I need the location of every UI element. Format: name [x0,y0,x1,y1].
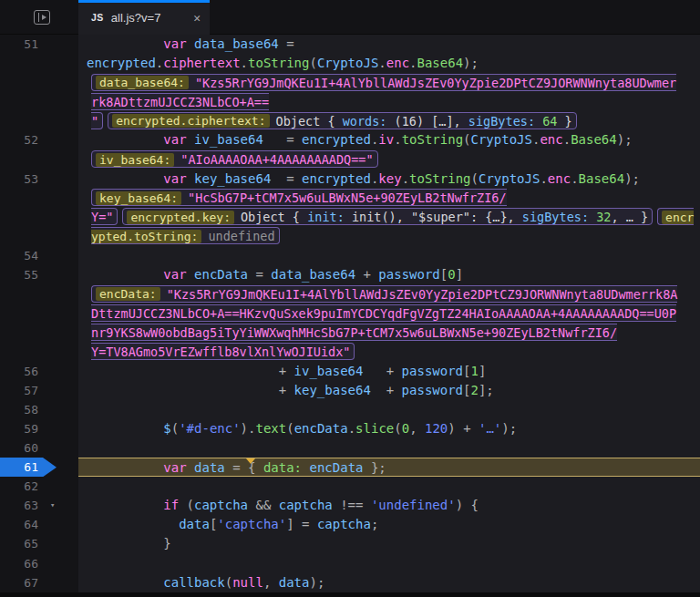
line-number[interactable]: 60 [0,438,38,458]
line-number[interactable]: 64 [0,515,38,534]
gutter [0,189,78,246]
code-token: + [355,267,378,282]
code-line-row: 54 [0,246,700,265]
line-number[interactable]: 57 [0,381,38,400]
code-line: var data = { data: encData }; [78,458,700,477]
gutter: 55 [0,265,78,284]
inline-variable-previews: iv_base64:"AIoAAAAOAA+4AAAAAAAADQ==" [78,150,700,170]
line-number[interactable]: 56 [0,362,38,381]
code-token: ciphertext [163,56,240,70]
code-token: = [279,36,294,51]
gutter: 63▾ [0,496,78,515]
code-line: var key_base64 = encrypted.key.toString(… [78,170,700,189]
line-number[interactable]: 55 [0,265,38,284]
line-number[interactable]: 52 [0,130,38,149]
code-token: ); [309,575,324,590]
code-line-row: 51 var data_base64 = [0,35,700,54]
preview-value-token: init(), [345,210,411,224]
code-line [78,246,700,265]
code-token: ( [171,421,179,436]
gutter: 58 [0,400,78,419]
code-token: callback [163,575,224,590]
preview-value-token [535,113,542,128]
line-number[interactable]: 59 [0,419,38,438]
code-token: , [409,421,425,436]
code-token [302,460,309,475]
code-line: encrypted.ciphertext.toString(CryptoJS.e… [78,54,700,73]
line-number[interactable]: 54 [0,246,38,265]
code-token: var [163,460,186,475]
code-token: encData [310,460,364,475]
variable-preview-box[interactable]: iv_base64:"AIoAAAAOAA+4AAAAAAAADQ==" [91,150,378,168]
code-token [87,498,163,512]
line-number[interactable]: 53 [0,170,38,189]
gutter: 54 [0,246,78,265]
code-token: Base64 [417,56,464,70]
code-token: ); [501,421,517,436]
variable-preview-box[interactable]: encrypted.key:Object { init: init(), "$s… [122,208,653,225]
fold-arrow-icon[interactable]: ▾ [50,496,55,515]
code-line: callback(null, data); [78,573,700,592]
code-token: captcha [194,498,248,512]
code-token: 1 [470,364,478,378]
line-number[interactable]: 67 [0,573,38,592]
code-token [87,383,279,397]
code-token: = [248,267,271,282]
code-line-row: encrypted.ciphertext.toString(CryptoJS.e… [0,54,700,73]
code-token: var [163,267,186,282]
code-token: ( [309,56,316,70]
code-token: . [394,132,401,147]
code-token: = [263,132,302,147]
gutter [0,150,78,170]
line-number[interactable]: 61 [0,458,38,477]
line-number[interactable]: 63 [0,496,38,515]
code-token: 120 [425,421,448,436]
code-line-row: 64 data['captcha'] = captcha; [0,515,700,534]
code-line: $('#d-enc').text(encData.slice(0, 120) +… [78,419,700,438]
preview-value-token: words: [343,113,387,128]
debugger-panes-toggle-icon[interactable] [34,10,50,25]
code-token: && [248,498,279,512]
gutter [0,54,78,73]
code-token [87,364,279,378]
close-tab-icon[interactable]: ✕ [193,12,201,24]
code-token: . [402,171,409,186]
code-token: '…' [479,421,501,436]
gutter: 65 [0,534,78,553]
code-line-row: 53 var key_base64 = encrypted.key.toStri… [0,170,700,189]
code-token: iv [378,132,394,147]
inline-preview-row: data_base64:"Kzs5RrYG9JmQKEu1I+4AlYbllAW… [0,73,700,130]
preview-value-token: sigBytes: [468,113,535,128]
line-number[interactable]: 51 [0,35,38,54]
code-token: ) [241,421,248,436]
code-line: data['captcha'] = captcha; [78,515,700,534]
code-token: ) [448,421,455,436]
code-token: . [571,171,578,186]
gutter: 51 [0,35,78,54]
code-token: $ [163,421,170,436]
gutter: 66 [0,554,78,573]
variable-preview-box[interactable]: encData:"Kzs5RrYG9JmQKEu1I+4AlYbllAWdJsZ… [91,285,677,360]
code-token [187,267,194,282]
inline-variable-previews: key_base64:"HcSbG7P+tCM7x5w6uLBWxN5e+90Z… [78,189,700,246]
code-token: enc [386,56,409,70]
code-token: key_base64 [194,171,271,186]
code-token: ( [225,575,232,590]
code-token: data_base64 [271,267,355,282]
line-number[interactable]: 58 [0,400,38,419]
source-tab-alljs[interactable]: JS all.js?v=7 ✕ [78,0,210,35]
line-number[interactable]: 66 [0,554,38,573]
variable-name-chip: key_base64: [96,191,181,205]
code-line [78,438,700,458]
code-token: iv_base64 [294,364,364,378]
variable-preview-box[interactable]: encrypted.ciphertext:Object { words: (16… [108,112,577,129]
line-number[interactable]: 62 [0,477,38,496]
code-line-row: 56 + iv_base64 + password[1] [0,362,700,381]
line-number[interactable]: 65 [0,534,38,553]
code-token: null [232,575,263,590]
preview-string-value: "Kzs5RrYG9JmQKEu1I+4AlYbllAWdJsZEv0YyZpi… [195,75,676,89]
code-line [78,477,700,496]
code-token: encData [194,267,248,282]
code-token: if [163,498,179,512]
code-token [187,171,194,186]
